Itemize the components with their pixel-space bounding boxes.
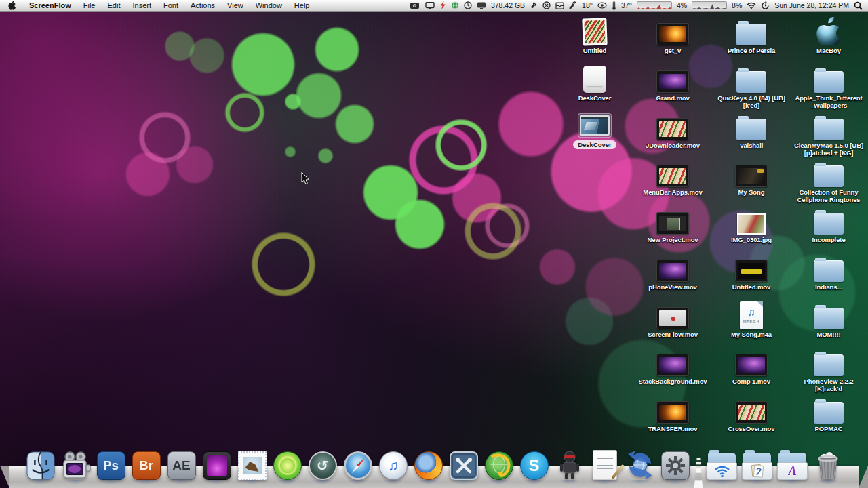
desktop-icon[interactable]: Collection of Funny Cellphone Ringtones bbox=[791, 159, 867, 203]
temperature-2-status[interactable]: 37° bbox=[621, 1, 632, 9]
desktop-icon[interactable]: MacBoy bbox=[791, 17, 867, 55]
desktop-icon[interactable]: ScreenFlow.mov bbox=[635, 301, 711, 339]
movie-file-icon bbox=[635, 112, 711, 140]
desktop-icon[interactable]: Untitled bbox=[557, 17, 633, 55]
folder-icon bbox=[791, 253, 867, 282]
eye-icon[interactable] bbox=[597, 2, 607, 9]
icon-label: MenuBar Apps.mov bbox=[635, 189, 711, 197]
desktop-icon[interactable]: Incomplete bbox=[791, 206, 867, 244]
desktop-icon[interactable]: JDownloader.mov bbox=[635, 112, 711, 150]
wifi-icon[interactable] bbox=[747, 2, 756, 9]
menu-file[interactable]: File bbox=[77, 0, 102, 12]
desktop-icon[interactable]: Comp 1.mov bbox=[713, 348, 789, 386]
sync-clock-icon[interactable] bbox=[761, 1, 770, 10]
dock-safari[interactable] bbox=[342, 449, 373, 480]
apple-menu-icon[interactable] bbox=[5, 1, 23, 10]
menu-view[interactable]: View bbox=[221, 0, 250, 12]
desktop-icon-selected[interactable]: DeskCover bbox=[557, 109, 633, 150]
dock-firefox[interactable] bbox=[413, 449, 443, 480]
apple-volume-icon bbox=[791, 17, 867, 45]
cpu-histogram-2[interactable] bbox=[692, 1, 727, 9]
desktop-icon[interactable]: Prince of Persia bbox=[713, 17, 789, 55]
clock-dial-icon[interactable] bbox=[464, 1, 472, 9]
desktop-icon[interactable]: StackBackground.mov bbox=[635, 348, 711, 386]
desktop-icon[interactable]: pHoneView.mov bbox=[635, 253, 711, 291]
dock-photoshop[interactable]: Ps bbox=[96, 449, 126, 480]
display2-icon[interactable] bbox=[477, 2, 486, 9]
desktop-icon[interactable]: CleanMyMac 1.5.0 [UB] [p]atched + [KG] bbox=[791, 112, 867, 157]
desktop-icon[interactable]: CrossOver.mov bbox=[713, 395, 789, 433]
folder-icon bbox=[713, 112, 789, 140]
menu-edit[interactable]: Edit bbox=[101, 0, 126, 12]
wrench-icon[interactable] bbox=[569, 1, 577, 9]
cpu-2-status[interactable]: 8% bbox=[732, 1, 742, 9]
dock-itunes[interactable]: ♫ bbox=[378, 449, 408, 480]
desktop-icon[interactable]: Apple_Think_Different _Wallpapers bbox=[791, 64, 867, 109]
desktop-icon[interactable]: Vaishali bbox=[713, 112, 789, 150]
dock-system-preferences[interactable] bbox=[660, 449, 690, 480]
desktop-icon[interactable]: MenuBar Apps.mov bbox=[635, 159, 711, 197]
icon-label: DeskCover bbox=[557, 95, 633, 102]
desktop-icon[interactable]: IMG_0301.jpg bbox=[713, 206, 789, 244]
dock-time-machine[interactable]: ↺ bbox=[307, 449, 338, 480]
screen-recording-icon[interactable] bbox=[410, 2, 420, 9]
dock-applications-folder-stack[interactable]: A bbox=[777, 449, 808, 480]
disk-space-status[interactable]: 378.42 GB bbox=[491, 1, 525, 9]
dock-mail[interactable] bbox=[237, 449, 267, 480]
menu-bar-clock[interactable]: Sun June 28, 12:24 PM bbox=[774, 1, 849, 9]
desktop-icon[interactable]: DeskCover bbox=[557, 64, 633, 102]
cpu-histogram-1[interactable] bbox=[637, 1, 672, 9]
drawer-icon[interactable] bbox=[555, 2, 564, 9]
menu-app-name[interactable]: ScreenFlow bbox=[23, 0, 77, 12]
dock-aftereffects[interactable]: AE bbox=[166, 449, 197, 480]
menu-window[interactable]: Window bbox=[250, 0, 288, 12]
menu-insert[interactable]: Insert bbox=[126, 0, 157, 12]
lightning-icon[interactable] bbox=[439, 1, 446, 9]
desktop-icon[interactable]: QuicKeys 4.0 (84) [UB] [k'ed] bbox=[713, 64, 789, 109]
dock-wifi-folder-stack[interactable] bbox=[707, 449, 737, 480]
desktop-icon[interactable]: PhoneView 2.2.2 [K]rack'd bbox=[791, 348, 867, 392]
temperature-1-status[interactable]: 18° bbox=[582, 1, 593, 9]
dock-green-medallion-app[interactable] bbox=[272, 449, 302, 480]
desktop-icon[interactable]: ♫MPEG 4 My Song.m4a bbox=[713, 301, 789, 339]
trash-full-icon bbox=[815, 451, 841, 480]
menu-font[interactable]: Font bbox=[157, 0, 184, 12]
globe-icon[interactable] bbox=[451, 1, 459, 9]
dock-robot-app[interactable] bbox=[554, 449, 585, 480]
desktop-icon[interactable]: Indians... bbox=[791, 253, 867, 291]
desktop-icon[interactable]: TRANSFER.mov bbox=[635, 395, 711, 433]
menu-actions[interactable]: Actions bbox=[184, 0, 221, 12]
desktop-icon[interactable]: POPMAC bbox=[791, 395, 867, 433]
dock-jdownloader[interactable] bbox=[484, 449, 514, 480]
spotlight-icon[interactable] bbox=[854, 1, 863, 10]
fan-icon[interactable] bbox=[530, 1, 538, 9]
dock-skype[interactable]: S bbox=[519, 449, 549, 480]
wifi-folder-stack-icon bbox=[707, 453, 737, 480]
dock-blue-tools-app[interactable] bbox=[448, 449, 479, 480]
desktop-icon[interactable]: MOM!!!! bbox=[791, 301, 867, 339]
icon-label: Untitled bbox=[557, 47, 633, 55]
dock-bridge[interactable]: Br bbox=[131, 449, 161, 480]
desktop-icon[interactable]: Grand.mov bbox=[635, 64, 711, 102]
dock-finder[interactable] bbox=[25, 449, 56, 480]
dock-purple-display-app[interactable] bbox=[201, 449, 232, 480]
thermometer-icon[interactable] bbox=[612, 1, 616, 10]
circle-x-icon[interactable] bbox=[542, 1, 551, 9]
dock-library-folder-stack[interactable] bbox=[742, 449, 772, 480]
desktop-icon[interactable]: New Project.mov bbox=[635, 206, 711, 244]
menu-help[interactable]: Help bbox=[288, 0, 316, 12]
display-icon[interactable] bbox=[425, 2, 435, 9]
icon-label: QuicKeys 4.0 (84) [UB] [k'ed] bbox=[713, 95, 789, 109]
dock-screenflow[interactable] bbox=[60, 449, 91, 480]
desktop-icon[interactable]: Untitled.mov bbox=[713, 253, 789, 291]
cpu-1-status[interactable]: 4% bbox=[677, 1, 687, 9]
blue-tools-app-icon bbox=[450, 451, 478, 480]
icon-label: Comp 1.mov bbox=[713, 378, 789, 386]
jdownloader-globe-icon bbox=[485, 451, 513, 480]
dock-sync-app[interactable] bbox=[625, 449, 655, 480]
desktop-icon[interactable]: get_v bbox=[635, 17, 711, 55]
dock-trash[interactable] bbox=[812, 449, 843, 480]
dock-textedit[interactable] bbox=[589, 449, 620, 480]
skype-icon: S bbox=[520, 451, 549, 480]
desktop-icon[interactable]: My Song bbox=[713, 159, 789, 197]
